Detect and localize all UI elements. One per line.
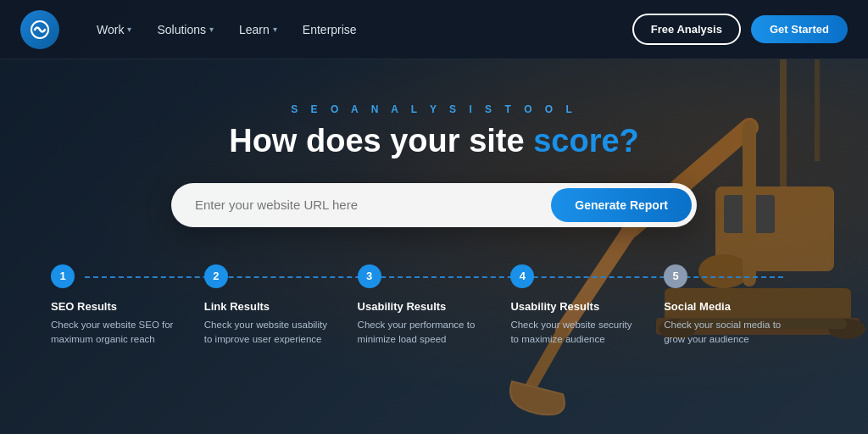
step-4-circle: 4: [510, 264, 534, 288]
free-analysis-button[interactable]: Free Analysis: [632, 14, 741, 45]
seo-tool-label: S E O A N A L Y S I S T O O L: [291, 103, 577, 115]
step-2: 2 Link Results Check your website usabil…: [204, 264, 358, 348]
learn-chevron-icon: ▾: [273, 25, 277, 34]
step-1-desc: Check your website SEO for maximum organ…: [51, 318, 178, 348]
brand-logo[interactable]: [20, 10, 59, 49]
step-4: 4 Usability Results Check your website s…: [510, 264, 664, 348]
nav-right-actions: Free Analysis Get Started: [632, 14, 848, 45]
hero-title: How does your site score?: [229, 124, 639, 159]
hero-section: S E O A N A L Y S I S T O O L How does y…: [0, 59, 868, 347]
step-5: 5 Social Media Check your social media t…: [664, 264, 817, 348]
step-2-title: Link Results: [204, 300, 270, 313]
url-input[interactable]: [195, 198, 551, 212]
get-started-button[interactable]: Get Started: [751, 15, 848, 43]
logo-icon: [28, 18, 52, 42]
step-3: 3 Usability Results Check your performan…: [358, 264, 511, 348]
step-3-title: Usability Results: [358, 300, 447, 313]
step-3-desc: Check your performance to minimize load …: [358, 318, 485, 348]
nav-solutions[interactable]: Solutions ▾: [147, 16, 224, 43]
nav-work[interactable]: Work ▾: [86, 16, 142, 43]
nav-learn[interactable]: Learn ▾: [229, 16, 287, 43]
step-1-circle: 1: [51, 264, 75, 288]
step-5-circle: 5: [664, 264, 687, 288]
step-1: 1 SEO Results Check your website SEO for…: [51, 264, 204, 348]
navbar: Work ▾ Solutions ▾ Learn ▾ Enterprise Fr…: [0, 0, 868, 59]
solutions-chevron-icon: ▾: [209, 25, 214, 34]
steps-section: 1 SEO Results Check your website SEO for…: [0, 264, 868, 348]
step-4-desc: Check your website security to maximize …: [510, 318, 637, 348]
generate-report-button[interactable]: Generate Report: [551, 188, 692, 222]
work-chevron-icon: ▾: [127, 25, 131, 34]
step-3-circle: 3: [358, 264, 381, 288]
hero-title-highlight: score?: [533, 123, 639, 159]
search-bar: Generate Report: [171, 183, 697, 227]
step-2-circle: 2: [204, 264, 228, 288]
nav-enterprise[interactable]: Enterprise: [292, 16, 367, 43]
nav-links: Work ▾ Solutions ▾ Learn ▾ Enterprise: [86, 16, 632, 43]
step-5-desc: Check your social media to grow your aud…: [664, 318, 791, 348]
step-4-title: Usability Results: [510, 300, 599, 313]
step-5-title: Social Media: [664, 300, 731, 313]
step-2-desc: Check your website usability to improve …: [204, 318, 331, 348]
step-1-title: SEO Results: [51, 300, 117, 313]
hero-title-normal: How does your site: [229, 123, 533, 159]
